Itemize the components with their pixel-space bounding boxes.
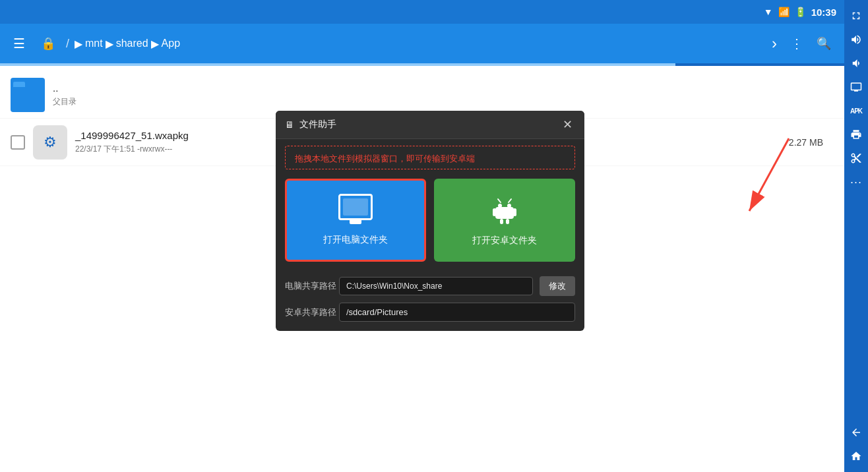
monitor-icon — [338, 194, 373, 226]
path-separator: / — [66, 37, 69, 51]
menu-button[interactable]: ☰ — [8, 33, 30, 54]
breadcrumb-shared[interactable]: shared — [116, 38, 148, 49]
open-pc-folder-button[interactable]: 打开电脑文件夹 — [285, 179, 426, 262]
android-folder-label: 打开安卓文件夹 — [472, 235, 537, 247]
svg-rect-4 — [513, 208, 516, 216]
file-checkbox[interactable] — [11, 135, 25, 150]
open-android-folder-button[interactable]: 打开安卓文件夹 — [434, 179, 575, 262]
dialog-title-icon: 🖥 — [285, 119, 294, 130]
screen-button[interactable] — [846, 76, 867, 98]
file-size: 2.27 MB — [789, 137, 823, 148]
modify-button[interactable]: 修改 — [540, 276, 575, 296]
time-display: 10:39 — [811, 7, 836, 18]
search-button[interactable]: 🔍 — [811, 34, 836, 53]
back-nav-button[interactable] — [846, 422, 867, 443]
dialog-buttons: 打开电脑文件夹 打开安卓文件夹 — [276, 173, 584, 271]
android-path-input[interactable] — [339, 303, 575, 322]
file-meta: 父目录 — [53, 96, 834, 107]
more-button[interactable]: ⋮ — [785, 33, 809, 54]
apk-install-button[interactable]: APK — [846, 100, 867, 121]
battery-icon: 🔋 — [795, 7, 806, 17]
dialog-title-text: 文件助手 — [299, 119, 336, 131]
dialog-subtitle: 拖拽本地文件到模拟器窗口，即可传输到安卓端 — [285, 146, 575, 169]
svg-rect-3 — [493, 208, 496, 216]
volume-up-button[interactable] — [846, 29, 867, 50]
dialog-titlebar: 🖥 文件助手 ✕ — [276, 111, 584, 139]
pc-path-label: 电脑共享路径 — [285, 280, 332, 292]
android-path-row: 安卓共享路径 — [285, 303, 575, 322]
breadcrumb-mnt[interactable]: mnt — [85, 38, 103, 49]
android-icon — [488, 194, 521, 227]
breadcrumb-arrow-1: ▶ — [75, 38, 82, 50]
svg-rect-6 — [506, 219, 509, 224]
file-info: .. 父目录 — [53, 82, 834, 107]
dialog-fields: 电脑共享路径 修改 安卓共享路径 — [276, 271, 584, 331]
fullscreen-button[interactable] — [846, 5, 867, 26]
android-path-label: 安卓共享路径 — [285, 307, 332, 318]
file-helper-dialog: 🖥 文件助手 ✕ 拖拽本地文件到模拟器窗口，即可传输到安卓端 打开电脑文件夹 — [276, 111, 584, 331]
home-button[interactable] — [846, 446, 867, 467]
apk-file-icon: ⚙ — [33, 125, 67, 160]
svg-line-7 — [498, 199, 501, 202]
status-bar: ▼ 📶 🔋 10:39 — [0, 0, 844, 24]
file-name: .. — [53, 82, 834, 94]
dialog-title: 🖥 文件助手 — [285, 119, 336, 131]
svg-line-8 — [509, 199, 511, 202]
forward-button[interactable]: › — [766, 32, 782, 55]
breadcrumb: ▶ mnt ▶ shared ▶ App — [75, 38, 761, 50]
dialog-close-button[interactable]: ✕ — [560, 117, 575, 132]
volume-down-button[interactable] — [846, 53, 867, 74]
breadcrumb-app[interactable]: App — [162, 38, 180, 49]
pc-path-row: 电脑共享路径 修改 — [285, 276, 575, 296]
gear-icon: ⚙ — [44, 134, 57, 151]
more-options-button[interactable]: ··· — [846, 171, 867, 192]
wifi-icon: ▼ — [764, 7, 773, 17]
scissors-button[interactable] — [846, 148, 867, 169]
pc-folder-label: 打开电脑文件夹 — [323, 234, 388, 246]
lock-button[interactable]: 🔒 — [36, 34, 61, 53]
svg-rect-5 — [500, 219, 503, 224]
folder-icon — [11, 78, 45, 112]
breadcrumb-arrow-3: ▶ — [151, 38, 159, 50]
pc-path-input[interactable] — [339, 277, 533, 295]
svg-rect-2 — [495, 207, 514, 219]
printer-button[interactable] — [846, 124, 867, 145]
right-sidebar: APK ··· — [844, 0, 868, 472]
toolbar: ☰ 🔒 / ▶ mnt ▶ shared ▶ App › ⋮ 🔍 — [0, 24, 844, 63]
signal-icon: 📶 — [778, 7, 790, 17]
breadcrumb-arrow-2: ▶ — [106, 38, 113, 50]
